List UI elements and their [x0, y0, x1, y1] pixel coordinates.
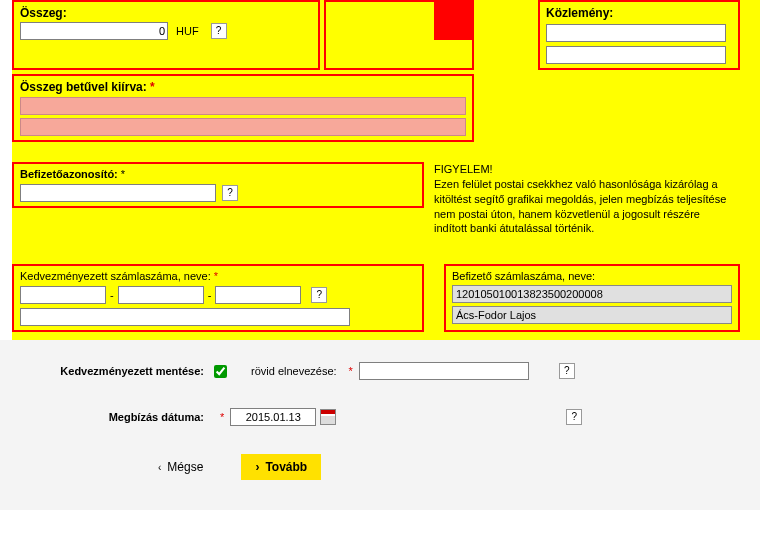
date-row: Megbízás dátuma: * ? — [14, 408, 746, 426]
chevron-left-icon: ‹ — [158, 462, 161, 473]
amount-label: Összeg: — [20, 6, 312, 20]
payer-account-label: Befizető számlaszáma, neve: — [452, 270, 732, 282]
red-square — [434, 0, 474, 40]
payer-id-label: Befizetőazonosító: * — [20, 168, 416, 180]
amount-input[interactable] — [20, 22, 168, 40]
remark-input-2[interactable] — [546, 46, 726, 64]
amount-words-line1[interactable] — [20, 97, 466, 115]
mid-placeholder — [324, 0, 474, 70]
dash: - — [208, 289, 212, 301]
remark-label: Közlemény: — [546, 6, 732, 20]
payer-id-input[interactable] — [20, 184, 216, 202]
remark-input-1[interactable] — [546, 24, 726, 42]
cancel-button[interactable]: ‹ Mégse — [144, 454, 217, 480]
amount-words-group: Összeg betűvel kiírva: * — [12, 74, 474, 142]
save-beneficiary-row: Kedvezményezett mentése: rövid elnevezés… — [14, 362, 746, 380]
dash: - — [110, 289, 114, 301]
help-icon[interactable]: ? — [559, 363, 575, 379]
next-button[interactable]: › Tovább — [241, 454, 321, 480]
amount-words-label: Összeg betűvel kiírva: * — [20, 80, 466, 94]
short-name-label: rövid elnevezése: — [251, 365, 337, 377]
chevron-right-icon: › — [255, 460, 259, 474]
help-icon[interactable]: ? — [211, 23, 227, 39]
beneficiary-name-input[interactable] — [20, 308, 350, 326]
calendar-icon[interactable] — [320, 409, 336, 425]
help-icon[interactable]: ? — [222, 185, 238, 201]
beneficiary-account-2[interactable] — [118, 286, 204, 304]
payer-account-group: Befizető számlaszáma, neve: 120105010013… — [444, 264, 740, 332]
beneficiary-account-3[interactable] — [215, 286, 301, 304]
amount-words-line2[interactable] — [20, 118, 466, 136]
date-label: Megbízás dátuma: — [14, 411, 214, 423]
amount-currency: HUF — [176, 25, 199, 37]
help-icon[interactable]: ? — [566, 409, 582, 425]
date-input[interactable] — [230, 408, 316, 426]
payer-account-value: 120105010013823500200008 — [452, 285, 732, 303]
beneficiary-group: Kedvezményezett számlaszáma, neve: * - -… — [12, 264, 424, 332]
help-icon[interactable]: ? — [311, 287, 327, 303]
amount-group: Összeg: HUF ? — [12, 0, 320, 70]
short-name-input[interactable] — [359, 362, 529, 380]
beneficiary-label: Kedvezményezett számlaszáma, neve: * — [20, 270, 416, 282]
beneficiary-account-1[interactable] — [20, 286, 106, 304]
warning-text: FIGYELEM! Ezen felület postai csekkhez v… — [434, 162, 734, 236]
save-beneficiary-label: Kedvezményezett mentése: — [14, 365, 214, 377]
payer-name-value: Ács-Fodor Lajos — [452, 306, 732, 324]
payer-id-group: Befizetőazonosító: * ? — [12, 162, 424, 208]
remark-group: Közlemény: — [538, 0, 740, 70]
save-beneficiary-checkbox[interactable] — [214, 365, 227, 378]
